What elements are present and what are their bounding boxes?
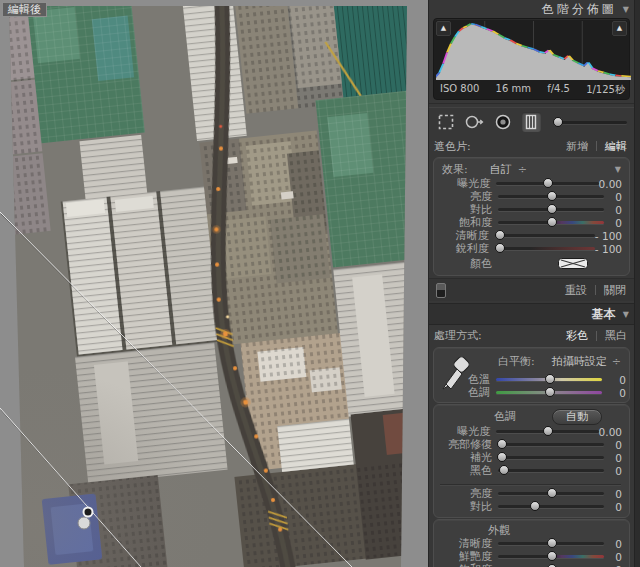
slider-track[interactable] xyxy=(498,505,604,508)
collapse-triangle-icon[interactable]: ▼ xyxy=(623,310,629,319)
slider-value: 0 xyxy=(604,217,625,229)
treatment-row: 處理方式: 彩色 黑白 xyxy=(429,325,635,346)
red-eye-tool-icon[interactable] xyxy=(493,112,512,132)
slider-track[interactable] xyxy=(498,469,604,472)
dropdown-arrows-icon[interactable]: ÷ xyxy=(518,163,527,176)
effect-preset-dropdown[interactable]: 自訂 xyxy=(490,162,512,177)
divider xyxy=(596,331,597,341)
slider-track[interactable] xyxy=(498,221,604,224)
slider-thumb[interactable] xyxy=(547,488,557,498)
iso-value: ISO 800 xyxy=(440,83,479,97)
slider-thumb[interactable] xyxy=(543,426,553,436)
blacks-slider-row: 黑色 0 xyxy=(436,464,625,477)
slider-value: 0 xyxy=(604,501,625,513)
slider-track[interactable] xyxy=(495,247,595,250)
slider-value: 0.00 xyxy=(599,178,625,190)
slider-track[interactable] xyxy=(498,555,604,558)
slider-track[interactable] xyxy=(496,378,602,381)
exif-stats: ISO 800 16 mm f/4.5 1/125秒 xyxy=(440,83,625,97)
slider-value: 0 xyxy=(604,439,625,451)
slider-thumb[interactable] xyxy=(547,204,557,214)
basic-panel-header[interactable]: 基本 ▼ xyxy=(429,303,635,325)
shutter-speed-value: 1/125秒 xyxy=(586,83,625,97)
treatment-color-button[interactable]: 彩色 xyxy=(566,328,588,343)
histogram-header[interactable]: 色階分佈圖 ▼ xyxy=(429,0,635,17)
reset-button[interactable]: 重設 xyxy=(565,283,587,298)
slider-value: 0 xyxy=(604,488,625,500)
slider-value: 0 xyxy=(604,551,625,563)
treatment-bw-button[interactable]: 黑白 xyxy=(605,328,627,343)
slider-thumb[interactable] xyxy=(497,452,507,462)
slider-thumb[interactable] xyxy=(547,217,557,227)
slider-thumb[interactable] xyxy=(495,230,505,240)
slider-track[interactable] xyxy=(498,456,604,459)
effect-label: 效果: xyxy=(442,162,468,177)
mask-edit-button[interactable]: 編輯 xyxy=(605,139,627,154)
panel-on-off-toggle[interactable] xyxy=(436,283,446,298)
color-row: 顏色 xyxy=(436,255,625,271)
slider-label: 黑色 xyxy=(436,463,498,478)
slider-value: 0 xyxy=(604,204,625,216)
white-balance-section: 白平衡: 拍攝時設定 ÷ 色溫 0 色調 0 xyxy=(433,347,630,403)
histogram-title: 色階分佈圖 xyxy=(542,1,617,18)
collapse-triangle-icon[interactable]: ▼ xyxy=(623,5,629,14)
cityscape-photo xyxy=(0,0,428,567)
mask-new-button[interactable]: 新增 xyxy=(566,139,588,154)
slider-thumb[interactable] xyxy=(530,501,540,511)
divider xyxy=(596,141,597,151)
slider-thumb[interactable] xyxy=(547,538,557,548)
dropdown-arrows-icon[interactable]: ÷ xyxy=(612,355,621,368)
auto-tone-button[interactable]: 自動 xyxy=(552,409,602,425)
slider-track[interactable] xyxy=(498,195,604,198)
panel-scrollbar[interactable] xyxy=(634,0,640,567)
slider-thumb[interactable] xyxy=(543,178,553,188)
highlight-clipping-indicator-icon[interactable]: ▲ xyxy=(612,21,627,36)
tone-label: 色調 xyxy=(494,409,516,424)
slider-track[interactable] xyxy=(495,234,595,237)
white-balance-preset-dropdown[interactable]: 拍攝時設定 xyxy=(552,354,607,369)
collapse-triangle-icon[interactable]: ▼ xyxy=(615,165,621,174)
crop-tool-icon[interactable] xyxy=(436,112,455,132)
saturation-slider-row: 飽和度 0 xyxy=(436,563,625,567)
shadow-clipping-indicator-icon[interactable]: ▲ xyxy=(436,21,451,36)
slider-thumb[interactable] xyxy=(497,439,507,449)
adjustment-bottom-bar: 重設 關閉 xyxy=(429,278,635,301)
spot-removal-icon[interactable] xyxy=(464,112,484,132)
basic-title: 基本 xyxy=(592,306,616,323)
tone-section: 色調 自動 曝光度 0.00 亮部修復 0 補光 0 黑色 0 亮度 0 xyxy=(433,404,630,518)
slider-thumb[interactable] xyxy=(545,374,555,384)
slider-thumb[interactable] xyxy=(547,191,557,201)
white-balance-eyedropper-icon[interactable] xyxy=(439,353,473,394)
close-button[interactable]: 關閉 xyxy=(604,283,626,298)
graduated-filter-tool-icon[interactable] xyxy=(522,112,541,132)
slider-thumb[interactable] xyxy=(545,387,555,397)
slider-value: 0 xyxy=(604,465,625,477)
slider-thumb[interactable] xyxy=(547,551,557,561)
slider-track[interactable] xyxy=(498,542,604,545)
develop-panel: 色階分佈圖 ▼ ▲ ▲ ISO 800 16 mm f/4.5 1/125秒 xyxy=(428,0,640,567)
histogram-graph[interactable] xyxy=(436,21,631,80)
slider-value: 0 xyxy=(604,538,625,550)
slider-track[interactable] xyxy=(498,492,604,495)
slider-thumb[interactable] xyxy=(499,465,509,475)
slider-track[interactable] xyxy=(496,391,602,394)
focal-length-value: 16 mm xyxy=(496,83,531,97)
slider-value: 0 xyxy=(602,374,629,386)
color-label: 顏色 xyxy=(436,256,498,271)
brush-amount-slider[interactable] xyxy=(554,121,627,124)
color-swatch[interactable] xyxy=(558,258,588,269)
mask-row: 遮色片: 新增 編輯 xyxy=(429,136,635,156)
slider-track[interactable] xyxy=(496,182,598,185)
slider-track[interactable] xyxy=(498,208,604,211)
slider-track[interactable] xyxy=(498,443,604,446)
slider-value: 0 xyxy=(604,564,625,567)
amount-slider-thumb[interactable] xyxy=(553,117,563,127)
histogram[interactable]: ▲ ▲ ISO 800 16 mm f/4.5 1/125秒 xyxy=(433,18,630,100)
slider-value: - 100 xyxy=(595,243,625,255)
tool-strip xyxy=(429,108,635,136)
slider-thumb[interactable] xyxy=(495,243,505,253)
photo[interactable] xyxy=(0,0,428,567)
slider-label: 銳利度 xyxy=(436,241,495,256)
slider-label: 對比 xyxy=(436,499,498,514)
slider-track[interactable] xyxy=(496,430,598,433)
